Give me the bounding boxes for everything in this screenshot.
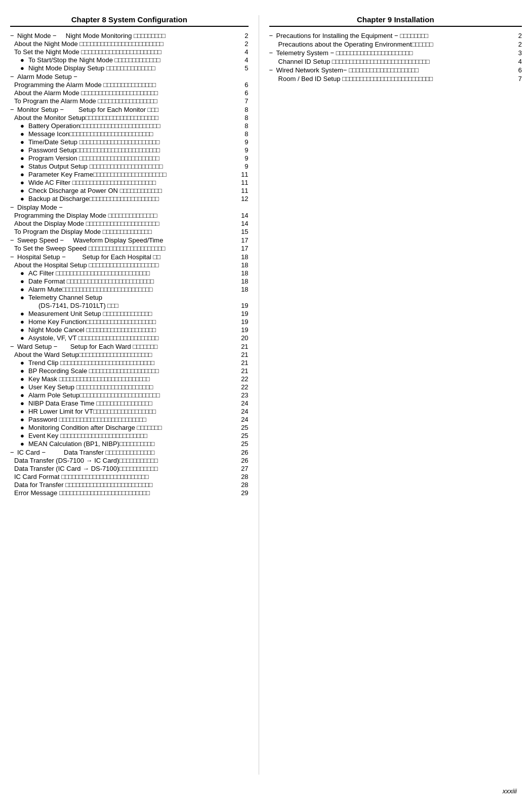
entry-label: About the Display Mode □□□□□□□□□□□□□□□□□… bbox=[14, 220, 234, 227]
page-num: 9 bbox=[234, 163, 249, 170]
bullet-icon: ● bbox=[20, 122, 28, 130]
page-num: 27 bbox=[234, 465, 249, 472]
dash-icon: − bbox=[269, 49, 276, 57]
section-wired-network: − Wired Network System− □□□□□□□□□□□□□□□□… bbox=[269, 66, 522, 83]
entry: About the Night Mode □□□□□□□□□□□□□□□□□□□… bbox=[10, 40, 249, 48]
page-num: 22 bbox=[234, 383, 249, 391]
bullet-icon: ● bbox=[20, 195, 28, 203]
page-num: 19 bbox=[234, 310, 249, 317]
bullet-icon: ● bbox=[20, 408, 28, 415]
section-monitor-setup: − Monitor Setup − Setup for Each Monitor… bbox=[10, 106, 249, 203]
section-label: Hospital Setup − Setup for Each Hospital… bbox=[17, 253, 234, 261]
section-display-mode: − Display Mode − Programming the Display… bbox=[10, 204, 249, 235]
bullet-entry: ● Check Discharge at Power ON □□□□□□□□□□… bbox=[10, 187, 249, 194]
bullet-entry: ● To Start/Stop the Night Mode □□□□□□□□□… bbox=[10, 56, 249, 64]
bullet-icon: ● bbox=[20, 154, 28, 162]
section-label: Alarm Mode Setup − bbox=[17, 73, 234, 80]
section-precautions: − Precautions for Installing the Equipme… bbox=[269, 32, 522, 48]
bullet-label: Message Icon□□□□□□□□□□□□□□□□□□□□□□□□ bbox=[28, 130, 234, 138]
page-num: 26 bbox=[234, 457, 249, 464]
page-num: 2 bbox=[508, 32, 522, 39]
page-num: 25 bbox=[234, 424, 249, 431]
bullet-label: AC Filter □□□□□□□□□□□□□□□□□□□□□□□□□□□ bbox=[28, 269, 234, 277]
right-section-line: − Wired Network System− □□□□□□□□□□□□□□□□… bbox=[269, 66, 522, 74]
section-hospital-setup: − Hospital Setup − Setup for Each Hospit… bbox=[10, 253, 249, 342]
bullet-entry: ● Telemetry Channel Setup bbox=[10, 294, 249, 301]
entry: To Program the Display Mode □□□□□□□□□□□□… bbox=[10, 228, 249, 235]
bullet-entry: ● Night Mode Display Setup □□□□□□□□□□□□□… bbox=[10, 64, 249, 72]
bullet-label: Date Format □□□□□□□□□□□□□□□□□□□□□□□□□ bbox=[28, 277, 234, 285]
bullet-icon: ● bbox=[20, 383, 28, 391]
page-num: 12 bbox=[234, 195, 249, 203]
page-num: 11 bbox=[234, 171, 249, 178]
page-num: 26 bbox=[234, 449, 249, 456]
bullet-icon: ● bbox=[20, 416, 28, 423]
page-num: 9 bbox=[234, 138, 249, 146]
bullet-label: User Key Setup □□□□□□□□□□□□□□□□□□□□□□ bbox=[28, 383, 234, 391]
page-num: 20 bbox=[234, 334, 249, 342]
section-ward-setup: − Ward Setup − Setup for Each Ward □□□□□… bbox=[10, 343, 249, 448]
bullet-label: Telemetry Channel Setup bbox=[28, 294, 234, 301]
left-chapter-title: Chapter 8 System Configuration bbox=[10, 15, 249, 27]
bullet-label: Wide AC Filter □□□□□□□□□□□□□□□□□□□□□□□□ bbox=[28, 179, 234, 186]
entry: About the Display Mode □□□□□□□□□□□□□□□□□… bbox=[10, 220, 249, 227]
sub-label: Room / Bed ID Setup □□□□□□□□□□□□□□□□□□□□… bbox=[278, 75, 508, 83]
page-num: 14 bbox=[234, 212, 249, 219]
dash-icon: − bbox=[10, 253, 17, 261]
bullet-label: MEAN Calculation (BP1, NIBP)□□□□□□□□□□ bbox=[28, 440, 234, 448]
dash-icon: − bbox=[10, 204, 17, 211]
page-num: 11 bbox=[234, 187, 249, 194]
bullet-label: NIBP Data Erase Time □□□□□□□□□□□□□□□□ bbox=[28, 399, 234, 407]
bullet-icon: ● bbox=[20, 294, 28, 301]
bullet-entry: ● Backup at Discharge□□□□□□□□□□□□□□□□□□□… bbox=[10, 195, 249, 203]
entry-label: IC Card Format □□□□□□□□□□□□□□□□□□□□□□□□□ bbox=[14, 473, 234, 480]
page-num: 6 bbox=[508, 66, 522, 74]
entry-label: Data Transfer (DS-7100 → IC Card)□□□□□□□… bbox=[14, 457, 234, 464]
bullet-label: BP Recording Scale □□□□□□□□□□□□□□□□□□□□ bbox=[28, 367, 234, 375]
dash-icon: − bbox=[269, 66, 276, 74]
page-num: 8 bbox=[234, 122, 249, 130]
dash-icon: − bbox=[10, 73, 17, 80]
sub-entry: Room / Bed ID Setup □□□□□□□□□□□□□□□□□□□□… bbox=[269, 75, 522, 83]
bullet-icon: ● bbox=[20, 138, 28, 146]
bullet-label: Home Key Function□□□□□□□□□□□□□□□□□□□□ bbox=[28, 318, 234, 326]
bullet-icon: ● bbox=[20, 269, 28, 277]
page: Chapter 8 System Configuration − Night M… bbox=[0, 0, 532, 805]
page-num: 18 bbox=[234, 286, 249, 293]
bullet-icon: ● bbox=[20, 318, 28, 326]
entry-label: About the Monitor Setup□□□□□□□□□□□□□□□□□… bbox=[14, 114, 234, 122]
page-num: 2 bbox=[234, 40, 249, 48]
entry-label: To Set the Sweep Speed □□□□□□□□□□□□□□□□□… bbox=[14, 245, 234, 252]
bullet-icon: ● bbox=[20, 163, 28, 170]
section-line: − Hospital Setup − Setup for Each Hospit… bbox=[10, 253, 249, 261]
bullet-entry: ● Wide AC Filter □□□□□□□□□□□□□□□□□□□□□□□… bbox=[10, 179, 249, 186]
page-num: 9 bbox=[234, 146, 249, 154]
section-label: Precautions for Installing the Equipment… bbox=[276, 32, 508, 39]
bullet-entry: ● Password Setup□□□□□□□□□□□□□□□□□□□□□□□□… bbox=[10, 146, 249, 154]
right-section-line: − Precautions for Installing the Equipme… bbox=[269, 32, 522, 39]
bullet-icon: ● bbox=[20, 171, 28, 178]
section-telemetry: − Telemetry System − □□□□□□□□□□□□□□□□□□□… bbox=[269, 49, 522, 65]
bullet-label: Alarm Pole Setup□□□□□□□□□□□□□□□□□□□□□□□ bbox=[28, 391, 234, 399]
bullet-icon: ● bbox=[20, 286, 28, 293]
bullet-entry: ● Battery Operation□□□□□□□□□□□□□□□□□□□□□… bbox=[10, 122, 249, 130]
bullet-entry: ● Trend Clip □□□□□□□□□□□□□□□□□□□□□□□□□□□… bbox=[10, 359, 249, 367]
page-num: 28 bbox=[234, 481, 249, 489]
sub-entry: Precautions about the Operating Environm… bbox=[269, 41, 522, 48]
entry: Data for Transfer □□□□□□□□□□□□□□□□□□□□□□… bbox=[10, 481, 249, 489]
right-chapter-title: Chapter 9 Installation bbox=[269, 15, 522, 27]
bullet-label: Password □□□□□□□□□□□□□□□□□□□□□□□□□ bbox=[28, 416, 234, 423]
bullet-label: Check Discharge at Power ON □□□□□□□□□□□□ bbox=[28, 187, 234, 194]
page-num: 8 bbox=[234, 130, 249, 138]
section-label: Telemetry System − □□□□□□□□□□□□□□□□□□□□□… bbox=[276, 49, 508, 57]
page-num: 11 bbox=[234, 179, 249, 186]
bullet-icon: ● bbox=[20, 399, 28, 407]
bullet-icon: ● bbox=[20, 440, 28, 448]
bullet-icon: ● bbox=[20, 56, 28, 64]
page-num: 21 bbox=[234, 367, 249, 375]
bullet-icon: ● bbox=[20, 391, 28, 399]
section-sweep-speed: − Sweep Speed − Waveform Display Speed/T… bbox=[10, 236, 249, 252]
bullet-label: Trend Clip □□□□□□□□□□□□□□□□□□□□□□□□□□□ bbox=[28, 359, 234, 367]
bullet-entry: ● Key Mask □□□□□□□□□□□□□□□□□□□□□□□□□□ 22 bbox=[10, 375, 249, 383]
bullet-entry: ● Time/Date Setup □□□□□□□□□□□□□□□□□□□□□□… bbox=[10, 138, 249, 146]
